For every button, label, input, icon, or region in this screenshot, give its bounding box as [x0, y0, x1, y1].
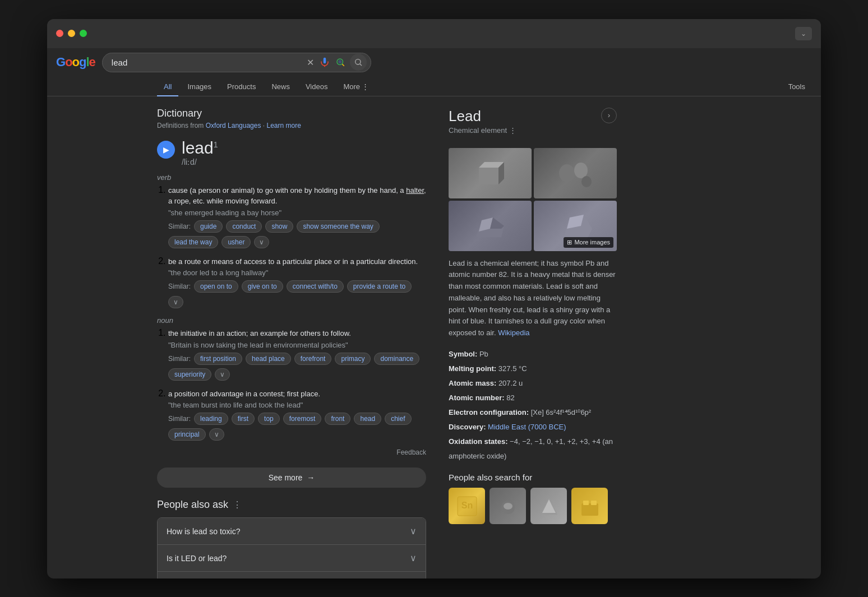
kp-header-row: Lead Chemical element ⋮ › — [449, 108, 617, 141]
paa-item[interactable]: Is it LED or lead? ∨ — [158, 545, 426, 572]
pas-item-silver[interactable] — [530, 488, 567, 524]
similar-tag[interactable]: show — [265, 220, 293, 233]
similar-more[interactable]: ∨ — [168, 296, 183, 308]
search-button[interactable] — [350, 54, 367, 71]
similar-tag[interactable]: leading — [194, 413, 228, 425]
kp-images: ⊞ More images — [449, 148, 617, 251]
svg-rect-23 — [583, 501, 589, 505]
tab-images[interactable]: Images — [181, 78, 218, 96]
similar-row-noun-1: Similar: first position head place foref… — [168, 353, 426, 381]
tab-all[interactable]: All — [157, 78, 178, 96]
kp-expand-button[interactable]: › — [601, 108, 617, 123]
similar-tag[interactable]: lead the way — [168, 236, 218, 248]
svg-point-3 — [355, 59, 361, 64]
chevron-right-icon: › — [608, 111, 610, 119]
similar-more[interactable]: ∨ — [209, 428, 224, 441]
speaker-icon: ▶ — [163, 145, 169, 154]
expand-button[interactable]: ⌄ — [795, 27, 812, 40]
similar-tag[interactable]: front — [325, 413, 350, 425]
more-images-overlay[interactable]: ⊞ More images — [564, 237, 613, 248]
paa-item[interactable]: How is lead so toxic? ∨ — [158, 518, 426, 545]
verb-definitions: cause (a person or animal) to go with on… — [157, 185, 426, 309]
clear-search-button[interactable]: ✕ — [306, 56, 315, 69]
discovery-link[interactable]: Middle East (7000 BCE) — [488, 423, 566, 431]
kp-header-info: Lead Chemical element ⋮ — [449, 108, 601, 141]
similar-tag[interactable]: primacy — [335, 353, 371, 365]
similar-tag[interactable]: top — [258, 413, 280, 425]
svg-text:Sn: Sn — [461, 501, 472, 510]
browser-bar: Google ✕ — [47, 48, 821, 72]
chevron-down-icon: ∨ — [410, 553, 417, 563]
tab-products[interactable]: Products — [220, 78, 262, 96]
svg-line-2 — [342, 64, 344, 66]
verb-def-2: be a route or means of access to a parti… — [168, 256, 426, 309]
traffic-lights — [56, 30, 87, 37]
voice-search-button[interactable] — [318, 56, 331, 68]
close-button[interactable] — [56, 30, 63, 37]
pos-noun: noun — [157, 316, 426, 325]
similar-tag[interactable]: give on to — [242, 280, 283, 293]
paa-title: People also ask — [157, 499, 228, 511]
similar-more[interactable]: ∨ — [215, 368, 230, 381]
kp-image-4[interactable]: ⊞ More images — [534, 201, 617, 251]
mic-icon — [320, 57, 330, 67]
similar-tag[interactable]: first — [232, 413, 255, 425]
pas-image-gold — [571, 488, 608, 524]
audio-button[interactable]: ▶ — [157, 141, 175, 159]
similar-tag[interactable]: superiority — [168, 368, 211, 381]
kp-title: Lead — [449, 108, 601, 125]
similar-tag[interactable]: head place — [246, 353, 291, 365]
similar-tag[interactable]: guide — [194, 220, 223, 233]
pas-items: Sn — [449, 488, 617, 524]
similar-tag[interactable]: conduct — [226, 220, 262, 233]
similar-tag[interactable]: open on to — [194, 280, 238, 293]
pas-item-mercury[interactable] — [490, 488, 526, 524]
similar-row-verb-1: Similar: guide conduct show show someone… — [168, 220, 426, 248]
kp-facts: Symbol: Pb Melting point: 327.5 °C Atomi… — [449, 347, 617, 464]
similar-tag[interactable]: provide a route to — [347, 280, 412, 293]
similar-tag[interactable]: chief — [385, 413, 411, 425]
fact-discovery: Discovery: Middle East (7000 BCE) — [449, 420, 617, 434]
similar-tag[interactable]: forefront — [294, 353, 332, 365]
pas-image-mercury — [490, 488, 526, 524]
similar-tag[interactable]: connect with/to — [287, 280, 344, 293]
learn-more-link[interactable]: Learn more — [266, 122, 301, 129]
fact-symbol: Symbol: Pb — [449, 347, 617, 362]
pos-verb: verb — [157, 173, 426, 182]
kp-image-1[interactable] — [449, 148, 532, 198]
svg-line-4 — [360, 64, 362, 66]
paa-item[interactable]: What is lead used for? ∨ — [158, 572, 426, 579]
wikipedia-link[interactable]: Wikipedia — [498, 328, 529, 337]
pas-image-silver — [530, 488, 567, 524]
info-icon[interactable]: ⋮ — [509, 126, 516, 135]
similar-tag[interactable]: foremost — [283, 413, 322, 425]
arrow-icon: → — [307, 473, 315, 482]
svg-point-19 — [504, 503, 513, 510]
paa-menu-icon[interactable]: ⋮ — [233, 499, 242, 510]
similar-tag[interactable]: first position — [194, 353, 242, 365]
see-more-button[interactable]: See more → — [157, 468, 426, 488]
similar-tag[interactable]: head — [354, 413, 381, 425]
tab-news[interactable]: News — [265, 78, 297, 96]
oxford-link[interactable]: Oxford Languages — [206, 122, 261, 129]
similar-tag[interactable]: principal — [168, 428, 206, 441]
similar-tag[interactable]: dominance — [374, 353, 419, 365]
tab-videos[interactable]: Videos — [299, 78, 335, 96]
minimize-button[interactable] — [68, 30, 75, 37]
pas-item-gold[interactable] — [571, 488, 608, 524]
similar-tag[interactable]: usher — [221, 236, 251, 248]
similar-row-noun-2: Similar: leading first top foremost fron… — [168, 413, 426, 441]
tab-tools[interactable]: Tools — [782, 78, 812, 96]
kp-image-3[interactable] — [449, 201, 532, 251]
verb-def-1: cause (a person or animal) to go with on… — [168, 185, 426, 248]
pas-image-sn: Sn — [449, 488, 485, 524]
fact-melting-point: Melting point: 327.5 °C — [449, 362, 617, 376]
similar-tag[interactable]: show someone the way — [297, 220, 379, 233]
kp-image-2[interactable] — [534, 148, 617, 198]
tab-more[interactable]: More ⋮ — [336, 78, 376, 96]
svg-rect-24 — [591, 501, 597, 505]
pas-item-sn[interactable]: Sn — [449, 488, 485, 524]
similar-more[interactable]: ∨ — [254, 236, 269, 248]
lens-search-button[interactable] — [334, 56, 347, 68]
maximize-button[interactable] — [80, 30, 87, 37]
